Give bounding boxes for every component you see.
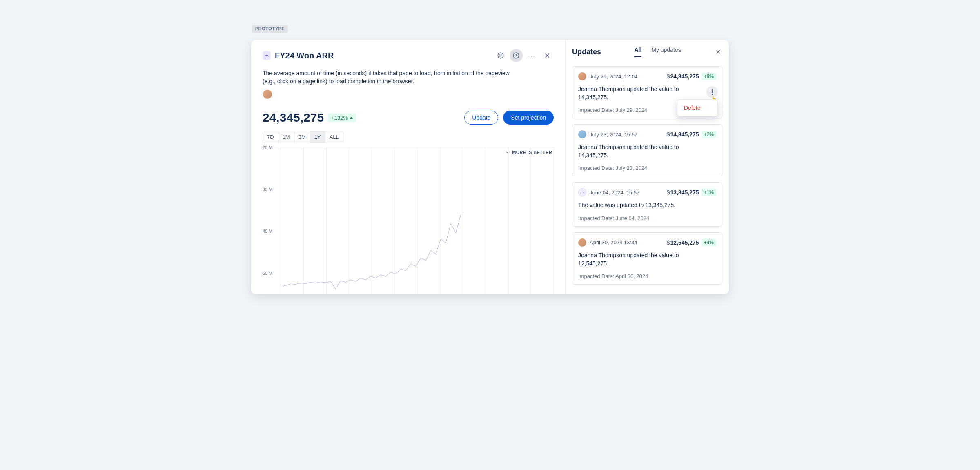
user-avatar xyxy=(578,130,586,138)
update-card[interactable]: July 23, 2024, 15:57$14,345,275+2%Joanna… xyxy=(572,124,722,176)
update-value: $12,545,275 xyxy=(667,239,699,246)
update-pct-badge: +1% xyxy=(702,189,716,196)
update-impact: Impacted Date: July 23, 2024 xyxy=(578,165,716,171)
updates-close-button[interactable] xyxy=(714,48,722,56)
owner-avatar[interactable] xyxy=(263,89,272,99)
update-pct-badge: +9% xyxy=(702,73,716,80)
comment-icon-button[interactable] xyxy=(494,49,507,62)
update-body: Joanna Thompson updated the value to 14,… xyxy=(578,143,716,159)
metric-value: 24,345,275 xyxy=(263,111,324,125)
update-impact: Impacted Date: April 30, 2024 xyxy=(578,273,716,279)
tab-my-updates[interactable]: My updates xyxy=(651,47,681,57)
ellipsis-icon: ··· xyxy=(528,52,535,59)
update-value: $14,345,275 xyxy=(667,131,699,138)
prototype-badge: PROTOTYPE xyxy=(252,25,288,33)
history-icon-button[interactable] xyxy=(510,49,523,62)
more-icon-button[interactable]: ··· xyxy=(525,49,538,62)
range-all[interactable]: ALL xyxy=(325,131,343,143)
chart: MORE IS BETTER 50 M40 M30 M20 M xyxy=(263,147,554,294)
update-impact: Impacted Date: June 04, 2024 xyxy=(578,215,716,221)
tab-all[interactable]: All xyxy=(634,47,641,57)
metric-icon xyxy=(263,51,271,60)
update-pct-badge: +4% xyxy=(702,239,716,246)
range-1m[interactable]: 1M xyxy=(278,131,294,143)
y-tick: 40 M xyxy=(263,229,272,234)
update-date: April 30, 2024 13:34 xyxy=(590,239,637,245)
time-range-segmented: 7D1M3M1YALL xyxy=(263,131,343,143)
caret-up-icon xyxy=(350,117,353,119)
update-card[interactable]: April 30, 2024 13:34$12,545,275+4%Joanna… xyxy=(572,232,722,285)
update-menu-popover: Delete xyxy=(677,99,718,116)
metric-description: The average amount of time (in seconds) … xyxy=(263,69,524,85)
gridline xyxy=(554,147,554,294)
update-date: July 23, 2024, 15:57 xyxy=(590,131,637,138)
delta-badge: +132% xyxy=(328,114,356,122)
y-tick: 30 M xyxy=(263,187,272,192)
metric-card: FY24 Won ARR ··· The xyxy=(251,40,729,294)
system-avatar xyxy=(578,188,586,196)
update-body: The value was updated to 13,345,275. xyxy=(578,201,716,209)
update-date: July 29, 2024, 12:04 xyxy=(590,74,637,80)
y-tick: 50 M xyxy=(263,271,272,276)
left-panel: FY24 Won ARR ··· The xyxy=(251,40,566,294)
page-title: FY24 Won ARR xyxy=(275,51,334,60)
close-button[interactable] xyxy=(541,49,554,62)
update-value: $24,345,275 xyxy=(667,73,699,80)
update-more-button[interactable] xyxy=(706,86,718,98)
update-date: June 04, 2024, 15:57 xyxy=(590,189,639,196)
update-value: $13,345,275 xyxy=(667,189,699,196)
range-7d[interactable]: 7D xyxy=(263,131,278,143)
delta-text: +132% xyxy=(331,115,348,121)
user-avatar xyxy=(578,238,586,247)
update-pct-badge: +2% xyxy=(702,131,716,138)
svg-point-0 xyxy=(498,53,503,58)
updates-panel: Updates All My updates July 29, 2024, 12… xyxy=(566,40,729,294)
update-button[interactable]: Update xyxy=(464,111,498,125)
user-avatar xyxy=(578,72,586,80)
updates-title: Updates xyxy=(572,48,601,56)
owner-avatar-row xyxy=(263,89,554,101)
update-body: Joanna Thompson updated the value to 12,… xyxy=(578,252,716,267)
set-projection-button[interactable]: Set projection xyxy=(503,111,554,125)
y-tick: 20 M xyxy=(263,145,272,150)
menu-delete[interactable]: Delete xyxy=(677,102,717,114)
range-3m[interactable]: 3M xyxy=(294,131,310,143)
range-1y[interactable]: 1Y xyxy=(310,131,325,143)
update-card[interactable]: June 04, 2024, 15:57$13,345,275+1%The va… xyxy=(572,182,722,227)
update-card[interactable]: July 29, 2024, 12:04$24,345,275+9%Joanna… xyxy=(572,66,722,118)
